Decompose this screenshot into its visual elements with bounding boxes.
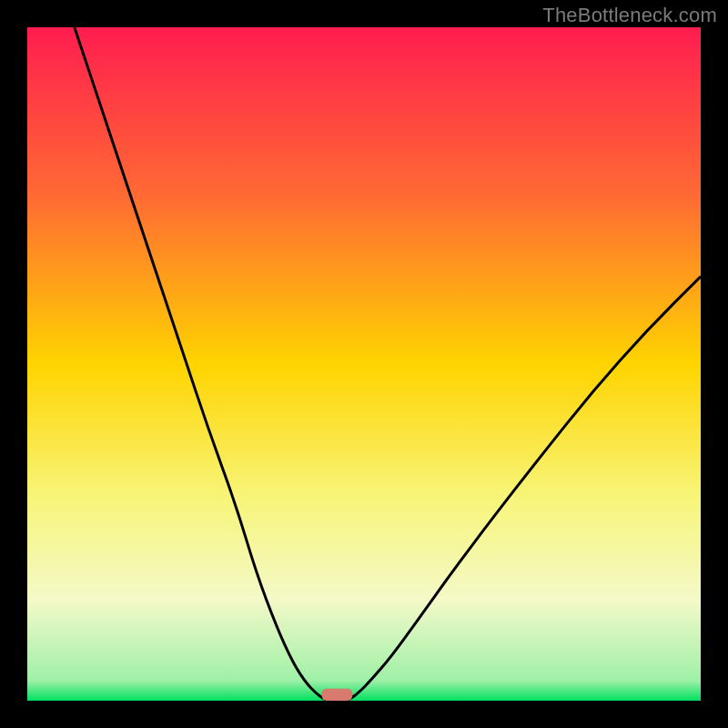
watermark-text: TheBottleneck.com bbox=[542, 4, 717, 27]
chart-svg bbox=[27, 27, 701, 701]
chart-frame: TheBottleneck.com bbox=[0, 0, 728, 728]
plot-area bbox=[27, 27, 701, 701]
gradient-background bbox=[27, 27, 701, 701]
valley-marker bbox=[322, 689, 352, 701]
